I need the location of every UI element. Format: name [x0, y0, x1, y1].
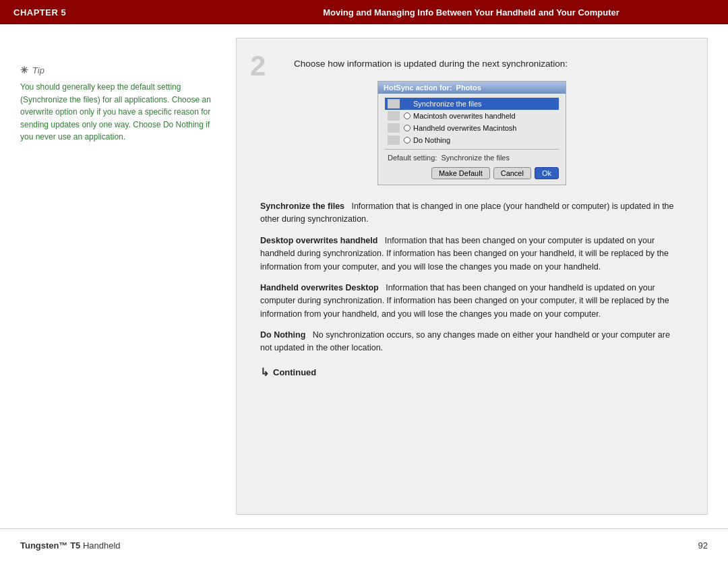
dialog-buttons: Make Default Cancel Ok [385, 167, 559, 179]
continued: ↳ Continued [260, 366, 684, 379]
dialog-screenshot: HotSync action for: Photos Synchronize t… [377, 81, 566, 185]
section-sync-bold: Synchronize the files [260, 201, 344, 211]
tip-label: Tip [32, 65, 44, 75]
brand-suffix: Handheld [80, 540, 120, 551]
nothing-icon [388, 135, 400, 145]
dialog-row-mac-overwrite: Macintosh overwrites handheld [385, 110, 559, 122]
dialog-title-bar: HotSync action for: Photos [378, 82, 566, 94]
radio-mac-overwrite [404, 113, 411, 119]
dialog-default-row: Default setting: Synchronize the files [385, 152, 559, 163]
ok-button[interactable]: Ok [535, 167, 559, 179]
sidebar: ✳ Tip You should generally keep the defa… [20, 38, 222, 515]
page-number: 92 [698, 540, 708, 551]
tip-text: You should generally keep the default se… [20, 81, 222, 144]
main-card: 2 Choose how information is updated duri… [236, 38, 708, 515]
section-handheld-bold: Handheld overwrites Desktop [260, 283, 379, 292]
dialog-row-sync: Synchronize the files [385, 98, 559, 110]
handheld-overwrite-label: Handheld overwrites Macintosh [413, 124, 516, 132]
radio-sync [404, 100, 411, 107]
nothing-label: Do Nothing [413, 136, 450, 144]
section-handheld-overwrite: Handheld overwrites Desktop Information … [260, 282, 684, 321]
mac-overwrite-icon [388, 111, 400, 121]
brand-name: Tungsten™ T5 [20, 540, 80, 551]
page-header: CHAPTER 5 Moving and Managing Info Betwe… [0, 0, 728, 24]
content-area: ✳ Tip You should generally keep the defa… [0, 24, 728, 528]
tip-header: ✳ Tip [20, 65, 222, 75]
step-intro: Choose how information is updated during… [294, 59, 684, 69]
continued-label: Continued [273, 367, 316, 377]
step-number: 2 [250, 52, 266, 80]
footer-brand: Tungsten™ T5 Handheld [20, 540, 121, 551]
section-nothing-text: No synchronization occurs, so any change… [260, 330, 670, 352]
section-desktop-overwrite: Desktop overwrites handheld Information … [260, 235, 684, 274]
continued-arrow-icon: ↳ [260, 366, 269, 379]
radio-handheld-overwrite [404, 125, 411, 131]
radio-nothing [404, 137, 411, 144]
dialog-row-nothing: Do Nothing [385, 134, 559, 146]
dialog-title-label: HotSync action for: Photos [384, 84, 481, 92]
handheld-overwrite-icon [388, 123, 400, 133]
sync-icon [388, 99, 400, 108]
section-desktop-bold: Desktop overwrites handheld [260, 236, 377, 245]
mac-overwrite-label: Macintosh overwrites handheld [413, 112, 516, 120]
make-default-button[interactable]: Make Default [431, 167, 490, 179]
dialog-row-handheld-overwrite: Handheld overwrites Macintosh [385, 122, 559, 134]
section-nothing-bold: Do Nothing [260, 330, 305, 340]
section-sync: Synchronize the files Information that i… [260, 200, 684, 226]
chapter-label: CHAPTER 5 [0, 7, 214, 18]
sync-label: Synchronize the files [413, 100, 482, 108]
tip-star-icon: ✳ [20, 65, 28, 75]
page-footer: Tungsten™ T5 Handheld 92 [0, 528, 728, 562]
chapter-title: Moving and Managing Info Between Your Ha… [214, 7, 728, 18]
dialog-separator [385, 149, 559, 150]
cancel-button[interactable]: Cancel [493, 167, 531, 179]
section-do-nothing: Do Nothing No synchronization occurs, so… [260, 329, 684, 355]
